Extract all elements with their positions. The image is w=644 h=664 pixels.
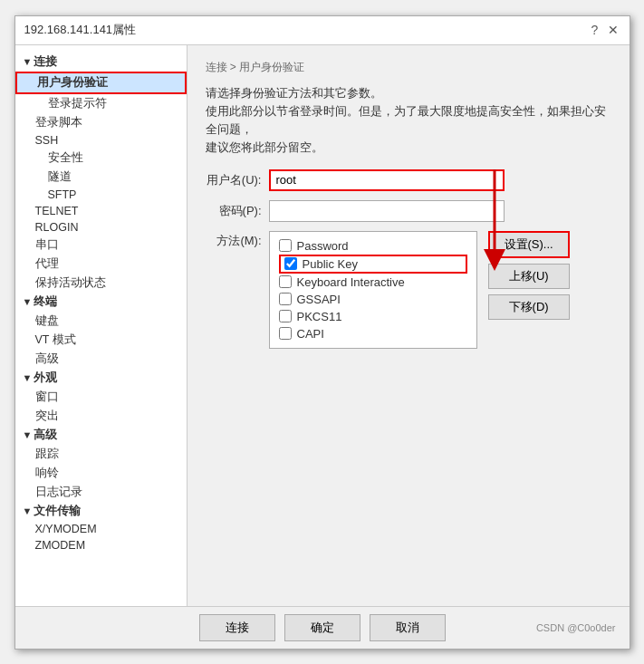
method-row-pkcs11[interactable]: PKCS11: [279, 308, 467, 325]
sidebar-item-deng-lu-ti-shi[interactable]: 登录提示符: [15, 94, 187, 113]
dialog-body: ▼ 连接用户身份验证登录提示符登录脚本SSH安全性隧道SFTPTELNETRLO…: [15, 45, 630, 606]
desc3: 建议您将此部分留空。: [206, 139, 611, 157]
down-button[interactable]: 下移(D): [488, 294, 570, 320]
sidebar-item-bao-chi-huo-dong[interactable]: 保持活动状态: [15, 274, 187, 293]
title-bar: 192.168.141.141属性 ? ✕: [15, 16, 630, 45]
sidebar-item-vt-mo-shi[interactable]: VT 模式: [15, 331, 187, 350]
close-button[interactable]: ✕: [606, 23, 620, 37]
checkbox-publickey[interactable]: [284, 257, 297, 270]
method-row-capi[interactable]: CAPI: [279, 325, 467, 342]
sidebar-item-sui-dao[interactable]: 隧道: [15, 168, 187, 187]
method-label-keyboard: Keyboard Interactive: [297, 275, 405, 289]
main-content: 连接 > 用户身份验证 请选择身份验证方法和其它参数。 使用此部分以节省登录时间…: [187, 45, 630, 606]
sidebar-item-an-quan-xing[interactable]: 安全性: [15, 149, 187, 168]
method-row-gssapi[interactable]: GSSAPI: [279, 291, 467, 308]
sidebar-item-chuan-kou[interactable]: 串口: [15, 236, 187, 255]
sidebar-item-telnet[interactable]: TELNET: [15, 203, 187, 219]
method-list: PasswordPublic KeyKeyboard InteractiveGS…: [269, 231, 477, 349]
username-row: 用户名(U):: [206, 169, 611, 191]
sidebar-item-xymodem[interactable]: X/YMODEM: [15, 521, 187, 537]
method-label-capi: CAPI: [297, 327, 324, 341]
username-label: 用户名(U):: [206, 172, 269, 188]
checkbox-capi[interactable]: [279, 327, 292, 340]
help-button[interactable]: ?: [588, 23, 602, 37]
sidebar-item-gao-ji-term[interactable]: 高级: [15, 350, 187, 369]
checkbox-keyboard[interactable]: [279, 275, 292, 288]
method-list-container: PasswordPublic KeyKeyboard InteractiveGS…: [269, 231, 570, 349]
up-button[interactable]: 上移(U): [488, 264, 570, 289]
sidebar-item-wen-jian-chuan-shu[interactable]: ▼ 文件传输: [15, 502, 187, 521]
sidebar-item-gen-zong[interactable]: 跟踪: [15, 445, 187, 464]
tree-collapse-icon: ▼: [23, 296, 33, 307]
sidebar-item-yong-hu-shen-fen[interactable]: 用户身份验证: [15, 72, 187, 94]
password-input[interactable]: [269, 200, 505, 222]
checkbox-password[interactable]: [279, 239, 292, 252]
method-label-publickey: Public Key: [303, 257, 358, 271]
ok-button[interactable]: 确定: [284, 614, 360, 641]
sidebar: ▼ 连接用户身份验证登录提示符登录脚本SSH安全性隧道SFTPTELNETRLO…: [15, 45, 187, 606]
sidebar-item-dai-li[interactable]: 代理: [15, 255, 187, 274]
sidebar-item-deng-lu-jiao-ben[interactable]: 登录脚本: [15, 113, 187, 132]
tree-collapse-icon: ▼: [23, 505, 33, 516]
watermark: CSDN @C0o0der: [536, 622, 616, 633]
method-label-pkcs11: PKCS11: [297, 310, 342, 323]
cancel-button[interactable]: 取消: [370, 614, 446, 641]
sidebar-item-zmodem[interactable]: ZMODEM: [15, 537, 187, 553]
desc2: 使用此部分以节省登录时间。但是，为了最大限度地提高安全性，如果担心安全问题，: [206, 102, 611, 139]
method-row-password[interactable]: Password: [279, 237, 467, 255]
checkbox-gssapi[interactable]: [279, 293, 292, 305]
title-bar-controls: ? ✕: [588, 23, 620, 37]
sidebar-item-gao-ji[interactable]: ▼ 高级: [15, 426, 187, 445]
tree-collapse-icon: ▼: [23, 429, 33, 440]
checkbox-pkcs11[interactable]: [279, 310, 292, 322]
tree-collapse-icon: ▼: [23, 372, 33, 383]
description: 请选择身份验证方法和其它参数。 使用此部分以节省登录时间。但是，为了最大限度地提…: [206, 84, 611, 157]
method-buttons: 设置(S)... 上移(U) 下移(D): [488, 231, 570, 320]
method-row-keyboard[interactable]: Keyboard Interactive: [279, 274, 467, 291]
connect-button[interactable]: 连接: [199, 614, 275, 641]
sidebar-item-ling-ling[interactable]: 响铃: [15, 464, 187, 483]
sidebar-item-lian-jie[interactable]: ▼ 连接: [15, 53, 187, 72]
settings-button[interactable]: 设置(S)...: [488, 231, 570, 258]
password-label: 密码(P):: [206, 203, 269, 219]
tree-collapse-icon: ▼: [23, 56, 33, 67]
sidebar-item-ri-zhi-ji-lu[interactable]: 日志记录: [15, 483, 187, 502]
sidebar-item-tu-chu[interactable]: 突出: [15, 407, 187, 426]
method-section: 方法(M): PasswordPublic KeyKeyboard Intera…: [206, 231, 611, 349]
sidebar-item-wai-guan[interactable]: ▼ 外观: [15, 369, 187, 388]
desc1: 请选择身份验证方法和其它参数。: [206, 84, 611, 102]
password-row: 密码(P):: [206, 200, 611, 222]
window-title: 192.168.141.141属性: [24, 22, 137, 38]
breadcrumb: 连接 > 用户身份验证: [206, 60, 611, 75]
sidebar-item-jian-pan[interactable]: 键盘: [15, 312, 187, 331]
sidebar-item-sftp[interactable]: SFTP: [15, 187, 187, 203]
method-label: 方法(M):: [206, 231, 269, 249]
sidebar-item-rlogin[interactable]: RLOGIN: [15, 219, 187, 236]
sidebar-item-ssh[interactable]: SSH: [15, 132, 187, 149]
method-row-publickey[interactable]: Public Key: [279, 255, 467, 274]
method-label-gssapi: GSSAPI: [297, 293, 341, 306]
method-label-password: Password: [297, 239, 349, 253]
sidebar-item-zhong-duan[interactable]: ▼ 终端: [15, 293, 187, 312]
username-input[interactable]: [269, 169, 505, 191]
sidebar-item-chuang-kou[interactable]: 窗口: [15, 388, 187, 407]
